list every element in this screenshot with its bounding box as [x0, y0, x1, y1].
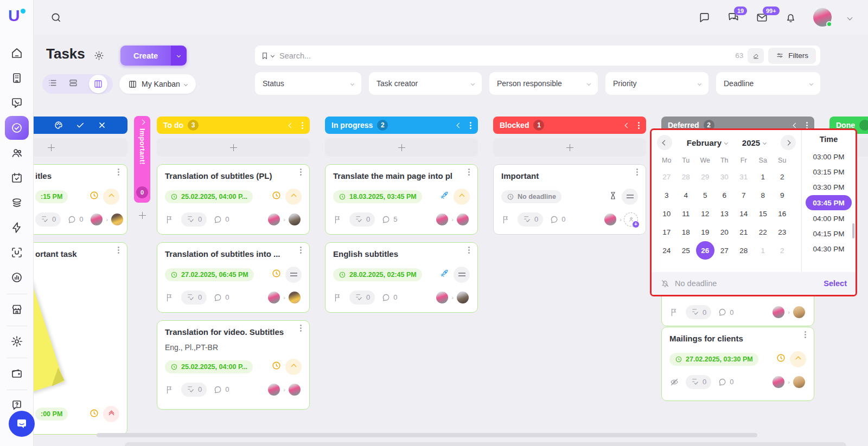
avatar[interactable] — [288, 212, 302, 227]
calendar-day[interactable]: 2 — [773, 241, 792, 260]
avatar[interactable] — [771, 305, 786, 319]
sidebar-item-home[interactable] — [5, 41, 29, 65]
calendar-day[interactable]: 22 — [754, 223, 772, 241]
priority-high-icon[interactable] — [454, 189, 470, 205]
filter-task-creator[interactable]: Task creator — [369, 72, 482, 95]
checklist-count[interactable]: 0 — [181, 290, 207, 305]
next-month-button[interactable] — [781, 135, 796, 150]
add-assignee-button[interactable]: + — [624, 212, 638, 227]
confirm-icon[interactable] — [75, 120, 85, 130]
avatar[interactable] — [435, 212, 449, 227]
reminder-clock-icon[interactable] — [89, 190, 99, 203]
view-kanban-button[interactable] — [89, 75, 107, 93]
filter-priority[interactable]: Priority — [605, 72, 709, 95]
year-select[interactable]: 2025 — [742, 138, 766, 147]
comments-count[interactable]: 5 — [381, 215, 397, 224]
calendar-day[interactable]: 31 — [735, 167, 753, 186]
prev-month-button[interactable] — [657, 135, 672, 150]
card-menu-icon[interactable] — [118, 171, 119, 173]
comments-count[interactable]: 0 — [381, 293, 397, 302]
column-menu-icon[interactable] — [638, 125, 640, 126]
flag-icon[interactable] — [333, 215, 343, 224]
reminder-clock-icon[interactable] — [271, 268, 282, 281]
global-search-button[interactable] — [50, 11, 62, 24]
calendar-day[interactable]: 8 — [754, 186, 772, 204]
select-button[interactable]: Select — [824, 279, 847, 288]
priority-medium-icon[interactable] — [622, 189, 638, 205]
checklist-count[interactable]: 0 — [349, 290, 375, 305]
avatar[interactable] — [288, 383, 302, 397]
time-option[interactable]: 03:45 PM — [806, 195, 852, 210]
comments-button[interactable] — [698, 11, 711, 24]
avatar[interactable] — [435, 290, 449, 305]
task-card[interactable]: English subtitles 28.02.2025, 02:45 PM 0… — [325, 242, 478, 313]
calendar-day[interactable]: 18 — [676, 223, 695, 241]
card-menu-icon[interactable] — [805, 334, 806, 335]
calendar-day[interactable]: 1 — [754, 241, 772, 260]
collapse-column-icon[interactable] — [289, 122, 294, 128]
sidebar-item-wallet[interactable] — [5, 361, 29, 385]
sidebar-item-scan[interactable] — [5, 241, 29, 264]
calendar-day[interactable]: 13 — [715, 204, 733, 223]
flag-icon[interactable] — [501, 215, 511, 224]
card-menu-icon[interactable] — [300, 249, 302, 251]
flag-icon[interactable] — [165, 215, 175, 224]
calendar-day[interactable]: 19 — [696, 223, 714, 241]
collapse-column-icon[interactable] — [793, 122, 799, 128]
filter-status[interactable]: Status — [255, 72, 361, 95]
time-option[interactable]: 03:15 PM — [802, 164, 856, 179]
deadline-pill[interactable]: :15 PM — [35, 190, 68, 203]
intercom-chat-button[interactable] — [9, 411, 35, 437]
avatar[interactable] — [110, 212, 124, 227]
create-dropdown-button[interactable] — [171, 46, 187, 66]
profile-menu-chevron-icon[interactable] — [847, 15, 853, 20]
calendar-day[interactable]: 23 — [773, 223, 792, 241]
checklist-count[interactable]: 0 — [181, 212, 207, 227]
avatar[interactable] — [267, 290, 281, 305]
calendar-day[interactable]: 15 — [754, 204, 772, 223]
calendar-day[interactable]: 12 — [696, 204, 714, 223]
priority-medium-icon[interactable] — [285, 267, 302, 283]
comments-count[interactable]: 0 — [718, 377, 733, 387]
calendar-day[interactable]: 29 — [696, 167, 714, 186]
card-menu-icon[interactable] — [300, 327, 302, 329]
avatar[interactable] — [456, 290, 470, 305]
sidebar-item-analytics[interactable] — [5, 266, 29, 289]
calendar-day[interactable]: 11 — [676, 204, 695, 223]
avatar[interactable] — [267, 212, 281, 227]
time-option[interactable]: 03:30 PM — [802, 179, 856, 195]
view-rows-button[interactable] — [68, 78, 78, 90]
rocket-icon[interactable] — [439, 268, 450, 281]
card-menu-icon[interactable] — [636, 171, 638, 173]
priority-high-icon[interactable] — [285, 359, 302, 375]
reminder-clock-icon[interactable] — [271, 360, 282, 373]
comments-count[interactable]: 0 — [718, 307, 733, 317]
avatar[interactable] — [792, 375, 806, 389]
checklist-count[interactable]: 0 — [349, 212, 375, 227]
calendar-day[interactable]: 4 — [676, 186, 695, 204]
collapse-column-icon[interactable] — [625, 122, 630, 128]
deadline-pill[interactable]: 25.02.2025, 04:00 P... — [165, 360, 253, 373]
calendar-day[interactable]: 24 — [658, 241, 676, 260]
sidebar-item-calls[interactable] — [5, 91, 29, 115]
comments-count[interactable]: 0 — [550, 215, 565, 224]
avatar[interactable] — [288, 290, 302, 305]
sidebar-item-stack[interactable] — [5, 191, 29, 215]
comments-count[interactable]: 0 — [213, 215, 229, 224]
checklist-count[interactable]: 0 — [35, 212, 61, 227]
hourglass-icon[interactable] — [608, 191, 618, 203]
add-card-button[interactable] — [325, 138, 478, 157]
tasks-settings-button[interactable] — [93, 50, 105, 63]
avatar[interactable] — [90, 212, 104, 227]
avatar[interactable] — [792, 305, 806, 319]
time-option[interactable]: 04:00 PM — [802, 211, 856, 226]
avatar[interactable] — [771, 375, 786, 389]
task-card[interactable]: Translate the main page into pl 18.03.20… — [325, 164, 478, 235]
checklist-count[interactable]: 0 — [686, 375, 711, 389]
calendar-day[interactable]: 10 — [658, 204, 676, 223]
reminder-clock-icon[interactable] — [776, 353, 786, 365]
calendar-day[interactable]: 27 — [715, 241, 733, 260]
calendar-day[interactable]: 25 — [676, 241, 695, 260]
board-selector[interactable]: My Kanban — [119, 74, 196, 94]
sidebar-item-tasks[interactable] — [5, 116, 29, 140]
